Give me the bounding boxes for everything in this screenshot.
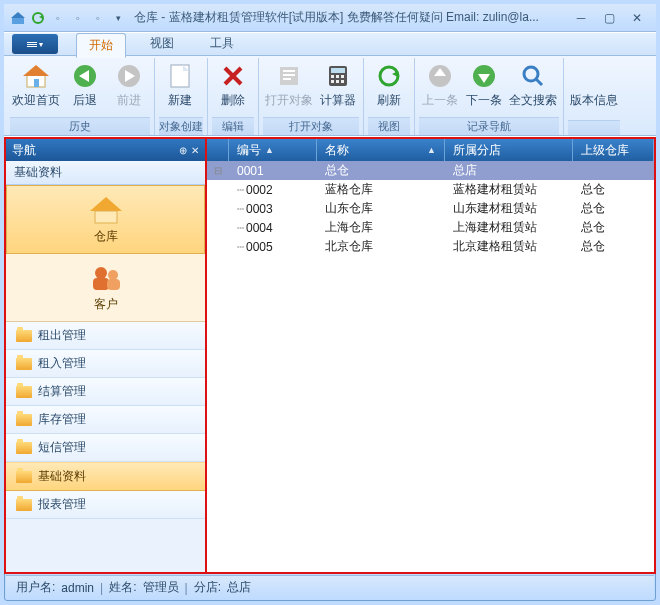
sidebar-feature-customer[interactable]: 客户: [6, 254, 205, 322]
window-title: 仓库 - 蓝格建材租赁管理软件[试用版本] 免费解答任何疑问 Email: zu…: [134, 9, 568, 26]
table-row[interactable]: ┄0003 山东仓库 山东建材租赁站 总仓: [207, 199, 654, 218]
sidebar-section-label: 基础资料: [6, 161, 205, 185]
status-user-label: 用户名:: [16, 579, 55, 596]
refresh-button[interactable]: 刷新: [368, 60, 410, 117]
ribbon: 欢迎首页 后退 前进 历史 新建 对象创建 删除 编辑 打开对象 计算器 打开对…: [4, 56, 656, 136]
col-parent[interactable]: 上级仓库: [573, 139, 654, 161]
group-nav-label: 记录导航: [419, 117, 559, 135]
sidebar-header: 导航 ⊕ ✕: [6, 139, 205, 161]
sidebar-item-rentin[interactable]: 租入管理: [6, 350, 205, 378]
svg-marker-35: [90, 197, 122, 211]
svg-rect-40: [107, 279, 120, 290]
sidebar-item-rentout[interactable]: 租出管理: [6, 322, 205, 350]
sidebar-item-basicdata[interactable]: 基础资料: [6, 462, 205, 491]
svg-rect-36: [95, 211, 117, 223]
delete-button[interactable]: 删除: [212, 60, 254, 117]
new-button[interactable]: 新建: [159, 60, 201, 117]
qat-dot1-icon[interactable]: ◦: [50, 10, 66, 26]
fulltext-search-button[interactable]: 全文搜索: [507, 60, 559, 117]
sidebar-item-reports[interactable]: 报表管理: [6, 491, 205, 519]
grid-header: 编号▲ 名称▲ 所属分店 上级仓库: [207, 139, 654, 161]
svg-rect-38: [93, 278, 109, 290]
sidebar-title: 导航: [12, 142, 36, 159]
col-expand[interactable]: [207, 139, 229, 161]
tab-tools[interactable]: 工具: [198, 32, 246, 57]
group-view-label: 视图: [368, 117, 410, 135]
title-bar: ◦ ◦ ◦ ▾ 仓库 - 蓝格建材租赁管理软件[试用版本] 免费解答任何疑问 E…: [4, 4, 656, 32]
status-name-label: 姓名:: [109, 579, 136, 596]
col-id[interactable]: 编号▲: [229, 139, 317, 161]
forward-button[interactable]: 前进: [108, 60, 150, 117]
status-name-value: 管理员: [143, 579, 179, 596]
close-button[interactable]: ✕: [624, 9, 650, 27]
welcome-home-button[interactable]: 欢迎首页: [10, 60, 62, 117]
folder-icon: [16, 471, 32, 483]
svg-marker-3: [39, 15, 43, 19]
table-row[interactable]: ┄0002 蓝格仓库 蓝格建材租赁站 总仓: [207, 180, 654, 199]
app-menu-button[interactable]: ▾: [12, 34, 58, 54]
calculator-button[interactable]: 计算器: [317, 60, 359, 117]
refresh-qat-icon[interactable]: [30, 10, 46, 26]
open-object-button[interactable]: 打开对象: [263, 60, 315, 117]
sort-asc-icon: ▲: [427, 145, 436, 155]
svg-point-27: [380, 67, 398, 85]
tab-view[interactable]: 视图: [138, 32, 186, 57]
collapse-icon[interactable]: ⊟: [207, 165, 229, 176]
sidebar-item-sms[interactable]: 短信管理: [6, 434, 205, 462]
status-user-value: admin: [61, 581, 94, 595]
group-history-label: 历史: [10, 117, 150, 135]
table-row[interactable]: ┄0005 北京仓库 北京建格租赁站 总仓: [207, 237, 654, 256]
col-branch[interactable]: 所属分店: [445, 139, 573, 161]
svg-rect-24: [331, 80, 334, 83]
home-icon[interactable]: [10, 10, 26, 26]
svg-line-34: [536, 79, 542, 85]
svg-rect-21: [331, 75, 334, 78]
house-icon: [88, 194, 124, 226]
pin-icon[interactable]: ⊕: [179, 145, 187, 156]
sidebar-item-settlement[interactable]: 结算管理: [6, 378, 205, 406]
tab-start[interactable]: 开始: [76, 33, 126, 58]
folder-icon: [16, 386, 32, 398]
qat-dot2-icon[interactable]: ◦: [70, 10, 86, 26]
svg-marker-1: [11, 12, 25, 18]
people-icon: [88, 262, 124, 294]
minimize-button[interactable]: ─: [568, 9, 594, 27]
svg-point-33: [524, 67, 538, 81]
folder-icon: [16, 442, 32, 454]
folder-icon: [16, 330, 32, 342]
status-branch-value: 总店: [227, 579, 251, 596]
status-bar: 用户名: admin | 姓名: 管理员 | 分店: 总店: [6, 575, 654, 599]
group-edit-label: 编辑: [212, 117, 254, 135]
svg-rect-17: [283, 74, 295, 76]
tab-bar: ▾ 开始 视图 工具: [4, 32, 656, 56]
back-button[interactable]: 后退: [64, 60, 106, 117]
table-row[interactable]: ┄0004 上海仓库 上海建材租赁站 总仓: [207, 218, 654, 237]
svg-rect-23: [341, 75, 344, 78]
version-info-button[interactable]: 版本信息: [568, 60, 620, 120]
svg-rect-22: [336, 75, 339, 78]
sidebar-close-icon[interactable]: ✕: [191, 145, 199, 156]
folder-icon: [16, 358, 32, 370]
svg-rect-0: [12, 17, 24, 24]
svg-marker-5: [23, 65, 49, 76]
svg-point-39: [108, 270, 118, 280]
sidebar: 导航 ⊕ ✕ 基础资料 仓库 客户 租出管理 租入管理 结算管理 库存管理 短信…: [4, 137, 207, 574]
svg-rect-25: [336, 80, 339, 83]
svg-marker-28: [392, 71, 398, 77]
prev-record-button[interactable]: 上一条: [419, 60, 461, 117]
col-name[interactable]: 名称▲: [317, 139, 445, 161]
sidebar-feature-warehouse[interactable]: 仓库: [6, 185, 205, 254]
svg-rect-20: [331, 68, 345, 73]
data-grid: 编号▲ 名称▲ 所属分店 上级仓库 ⊟ 0001 总仓 总店 ┄0002 蓝格仓…: [207, 137, 656, 574]
group-create-label: 对象创建: [159, 117, 203, 135]
svg-rect-16: [283, 70, 295, 72]
qat-dropdown-icon[interactable]: ▾: [110, 10, 126, 26]
qat-dot3-icon[interactable]: ◦: [90, 10, 106, 26]
maximize-button[interactable]: ▢: [596, 9, 622, 27]
folder-icon: [16, 414, 32, 426]
table-row[interactable]: ⊟ 0001 总仓 总店: [207, 161, 654, 180]
svg-rect-18: [283, 78, 291, 80]
folder-icon: [16, 499, 32, 511]
next-record-button[interactable]: 下一条: [463, 60, 505, 117]
sidebar-item-inventory[interactable]: 库存管理: [6, 406, 205, 434]
